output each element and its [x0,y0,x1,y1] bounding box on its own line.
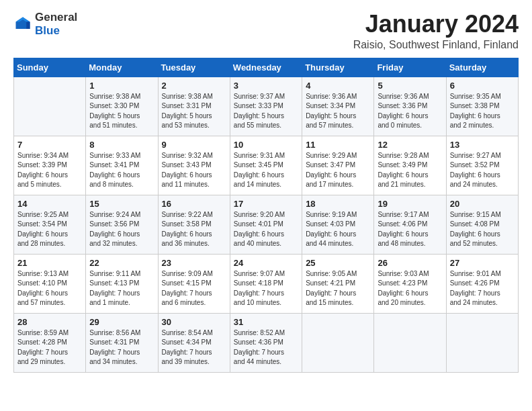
day-info: Sunrise: 8:56 AM Sunset: 4:31 PM Dayligh… [89,328,154,367]
day-info: Sunrise: 9:05 AM Sunset: 4:21 PM Dayligh… [306,269,370,308]
calendar-week-row: 28Sunrise: 8:59 AM Sunset: 4:28 PM Dayli… [14,313,519,372]
calendar-cell: 27Sunrise: 9:01 AM Sunset: 4:26 PM Dayli… [446,254,518,313]
day-number: 11 [306,140,370,150]
day-number: 8 [89,140,154,150]
day-info: Sunrise: 9:01 AM Sunset: 4:26 PM Dayligh… [450,269,515,308]
day-info: Sunrise: 9:36 AM Sunset: 3:34 PM Dayligh… [306,92,370,131]
day-info: Sunrise: 9:35 AM Sunset: 3:38 PM Dayligh… [450,92,515,131]
calendar-cell [302,313,374,372]
svg-marker-2 [26,21,30,29]
header-day-wednesday: Wednesday [230,58,302,77]
calendar-cell: 16Sunrise: 9:22 AM Sunset: 3:58 PM Dayli… [158,195,230,254]
calendar-cell: 25Sunrise: 9:05 AM Sunset: 4:21 PM Dayli… [302,254,374,313]
calendar-cell: 4Sunrise: 9:36 AM Sunset: 3:34 PM Daylig… [302,77,374,136]
calendar-header-row: SundayMondayTuesdayWednesdayThursdayFrid… [14,58,519,77]
calendar-cell: 11Sunrise: 9:29 AM Sunset: 3:47 PM Dayli… [302,136,374,195]
calendar-week-row: 1Sunrise: 9:38 AM Sunset: 3:30 PM Daylig… [14,77,519,136]
day-info: Sunrise: 9:03 AM Sunset: 4:23 PM Dayligh… [378,269,442,308]
day-number: 30 [162,317,226,327]
day-info: Sunrise: 9:13 AM Sunset: 4:10 PM Dayligh… [17,269,82,308]
day-number: 3 [234,81,298,91]
calendar-cell: 29Sunrise: 8:56 AM Sunset: 4:31 PM Dayli… [86,313,158,372]
day-info: Sunrise: 9:20 AM Sunset: 4:01 PM Dayligh… [234,210,298,249]
calendar-week-row: 14Sunrise: 9:25 AM Sunset: 3:54 PM Dayli… [14,195,519,254]
calendar-cell [14,77,86,136]
header-day-thursday: Thursday [302,58,374,77]
day-info: Sunrise: 9:25 AM Sunset: 3:54 PM Dayligh… [17,210,82,249]
calendar-cell: 23Sunrise: 9:09 AM Sunset: 4:15 PM Dayli… [158,254,230,313]
calendar-cell: 28Sunrise: 8:59 AM Sunset: 4:28 PM Dayli… [14,313,86,372]
day-info: Sunrise: 9:34 AM Sunset: 3:39 PM Dayligh… [17,151,82,190]
month-title: January 2024 [353,11,519,38]
day-number: 26 [378,258,442,268]
logo-text: General Blue [35,11,77,37]
calendar-cell: 20Sunrise: 9:15 AM Sunset: 4:08 PM Dayli… [446,195,518,254]
calendar-cell: 5Sunrise: 9:36 AM Sunset: 3:36 PM Daylig… [374,77,446,136]
day-info: Sunrise: 9:28 AM Sunset: 3:49 PM Dayligh… [378,151,442,190]
calendar-cell: 8Sunrise: 9:33 AM Sunset: 3:41 PM Daylig… [86,136,158,195]
day-number: 25 [306,258,370,268]
calendar-week-row: 21Sunrise: 9:13 AM Sunset: 4:10 PM Dayli… [14,254,519,313]
day-info: Sunrise: 9:17 AM Sunset: 4:06 PM Dayligh… [378,210,442,249]
calendar-cell: 12Sunrise: 9:28 AM Sunset: 3:49 PM Dayli… [374,136,446,195]
day-info: Sunrise: 9:37 AM Sunset: 3:33 PM Dayligh… [234,92,298,131]
day-info: Sunrise: 9:07 AM Sunset: 4:18 PM Dayligh… [234,269,298,308]
page-header: General Blue January 2024 Raisio, Southw… [13,11,519,51]
day-number: 31 [234,317,298,327]
day-number: 9 [162,140,226,150]
header-day-saturday: Saturday [446,58,518,77]
logo: General Blue [13,11,77,37]
day-info: Sunrise: 9:38 AM Sunset: 3:30 PM Dayligh… [89,92,154,131]
day-number: 21 [17,258,82,268]
day-info: Sunrise: 9:29 AM Sunset: 3:47 PM Dayligh… [306,151,370,190]
day-info: Sunrise: 9:38 AM Sunset: 3:31 PM Dayligh… [162,92,226,131]
calendar-cell: 26Sunrise: 9:03 AM Sunset: 4:23 PM Dayli… [374,254,446,313]
day-number: 28 [17,317,82,327]
calendar-cell: 17Sunrise: 9:20 AM Sunset: 4:01 PM Dayli… [230,195,302,254]
calendar-cell: 7Sunrise: 9:34 AM Sunset: 3:39 PM Daylig… [14,136,86,195]
day-number: 14 [17,199,82,209]
day-info: Sunrise: 9:22 AM Sunset: 3:58 PM Dayligh… [162,210,226,249]
day-info: Sunrise: 9:11 AM Sunset: 4:13 PM Dayligh… [89,269,154,308]
day-number: 20 [450,199,515,209]
header-day-tuesday: Tuesday [158,58,230,77]
header-day-friday: Friday [374,58,446,77]
day-number: 22 [89,258,154,268]
day-info: Sunrise: 9:24 AM Sunset: 3:56 PM Dayligh… [89,210,154,249]
day-number: 17 [234,199,298,209]
day-info: Sunrise: 9:19 AM Sunset: 4:03 PM Dayligh… [306,210,370,249]
calendar-cell: 10Sunrise: 9:31 AM Sunset: 3:45 PM Dayli… [230,136,302,195]
calendar-cell: 18Sunrise: 9:19 AM Sunset: 4:03 PM Dayli… [302,195,374,254]
location-title: Raisio, Southwest Finland, Finland [353,39,519,51]
calendar-cell: 31Sunrise: 8:52 AM Sunset: 4:36 PM Dayli… [230,313,302,372]
calendar-cell: 1Sunrise: 9:38 AM Sunset: 3:30 PM Daylig… [86,77,158,136]
day-number: 12 [378,140,442,150]
day-info: Sunrise: 8:54 AM Sunset: 4:34 PM Dayligh… [162,328,226,367]
calendar-cell: 15Sunrise: 9:24 AM Sunset: 3:56 PM Dayli… [86,195,158,254]
day-info: Sunrise: 9:15 AM Sunset: 4:08 PM Dayligh… [450,210,515,249]
day-info: Sunrise: 9:36 AM Sunset: 3:36 PM Dayligh… [378,92,442,131]
logo-blue: Blue [35,24,77,38]
day-number: 6 [450,81,515,91]
day-number: 1 [89,81,154,91]
header-day-sunday: Sunday [14,58,86,77]
day-info: Sunrise: 8:59 AM Sunset: 4:28 PM Dayligh… [17,328,82,367]
calendar-cell: 22Sunrise: 9:11 AM Sunset: 4:13 PM Dayli… [86,254,158,313]
calendar-cell [374,313,446,372]
calendar-table: SundayMondayTuesdayWednesdayThursdayFrid… [13,58,519,373]
calendar-cell: 21Sunrise: 9:13 AM Sunset: 4:10 PM Dayli… [14,254,86,313]
calendar-cell: 13Sunrise: 9:27 AM Sunset: 3:52 PM Dayli… [446,136,518,195]
day-info: Sunrise: 9:31 AM Sunset: 3:45 PM Dayligh… [234,151,298,190]
calendar-cell: 24Sunrise: 9:07 AM Sunset: 4:18 PM Dayli… [230,254,302,313]
calendar-cell: 2Sunrise: 9:38 AM Sunset: 3:31 PM Daylig… [158,77,230,136]
calendar-cell: 30Sunrise: 8:54 AM Sunset: 4:34 PM Dayli… [158,313,230,372]
day-number: 2 [162,81,226,91]
title-area: January 2024 Raisio, Southwest Finland, … [353,11,519,51]
day-number: 29 [89,317,154,327]
header-day-monday: Monday [86,58,158,77]
day-info: Sunrise: 8:52 AM Sunset: 4:36 PM Dayligh… [234,328,298,367]
calendar-cell [446,313,518,372]
calendar-cell: 3Sunrise: 9:37 AM Sunset: 3:33 PM Daylig… [230,77,302,136]
day-number: 27 [450,258,515,268]
day-number: 10 [234,140,298,150]
